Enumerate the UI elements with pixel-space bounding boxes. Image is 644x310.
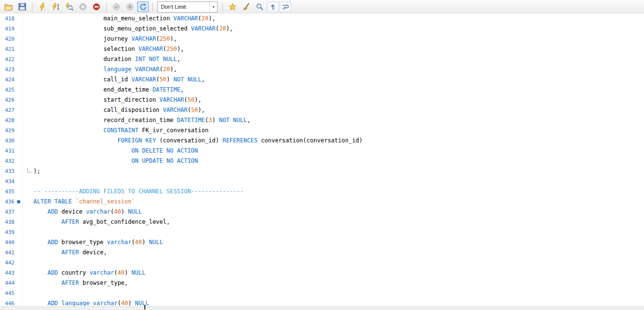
fold-margin (22, 34, 33, 44)
code-line[interactable]: 420 journey VARCHAR(250), (0, 34, 644, 44)
code-line[interactable]: 430 FOREIGN KEY (conversation_id) REFERE… (0, 136, 644, 146)
wrap-text-icon (282, 3, 289, 11)
code-line[interactable]: 426 start_direction VARCHAR(50), (0, 95, 644, 105)
marker-margin (15, 105, 22, 115)
stop-on-error-icon (93, 3, 100, 11)
code-line[interactable]: 437 ADD device varchar(40) NULL (0, 207, 644, 217)
line-number: 430 (0, 136, 15, 146)
code-text: AFTER device, (33, 248, 107, 258)
line-number: 421 (0, 44, 15, 54)
code-line[interactable]: 428 record_creation_time DATETIME(3) NOT… (0, 115, 644, 125)
line-number: 438 (0, 217, 15, 227)
line-number: 428 (0, 115, 15, 125)
line-number: 445 (0, 288, 15, 298)
line-number: 435 (0, 186, 15, 197)
marker-margin (15, 54, 22, 64)
open-folder-icon (4, 3, 13, 11)
toolbar-separator (32, 2, 32, 11)
commit-button[interactable] (110, 1, 123, 13)
marker-margin (15, 186, 22, 197)
find-button[interactable] (253, 1, 266, 13)
toggle-autocommit-button[interactable] (137, 1, 149, 12)
horizontal-scrollbar[interactable] (0, 306, 644, 310)
fold-end-icon (27, 168, 31, 172)
marker-margin (15, 197, 22, 207)
line-number: 439 (0, 227, 15, 237)
execute-all-button[interactable] (36, 1, 48, 13)
code-line[interactable]: 433); (0, 166, 644, 176)
code-text: journey VARCHAR(250), (33, 34, 177, 44)
code-line[interactable]: 424 call_id VARCHAR(50) NOT NULL, (0, 75, 644, 85)
marker-margin (15, 176, 22, 186)
sql-code-editor[interactable]: 418 main_menu_selection VARCHAR(20),419 … (0, 14, 644, 310)
code-line[interactable]: 421 selection VARCHAR(250), (0, 44, 644, 54)
marker-margin (15, 268, 22, 278)
rollback-button[interactable] (124, 1, 136, 13)
code-line[interactable]: 432 ON UPDATE NO ACTION (0, 156, 644, 166)
code-line[interactable]: 441 AFTER device, (0, 248, 644, 258)
fold-margin (22, 258, 33, 268)
code-line[interactable]: 419 sub_menu_option_selected VARCHAR(20)… (0, 24, 644, 34)
code-line[interactable]: 442 (0, 258, 644, 268)
toolbar-separator (222, 2, 223, 11)
floppy-disk-icon (18, 3, 26, 11)
stop-button[interactable] (77, 1, 89, 13)
line-number: 437 (0, 207, 15, 217)
fold-margin (22, 125, 33, 136)
line-number: 422 (0, 54, 15, 64)
toggle-stop-on-error-button[interactable] (90, 1, 103, 13)
toggle-invisible-characters-button[interactable]: ¶ (267, 1, 279, 12)
open-script-button[interactable] (2, 1, 15, 13)
line-number: 432 (0, 156, 15, 166)
code-line[interactable]: 434 (0, 176, 644, 186)
code-line[interactable]: 422 duration INT NOT NULL, (0, 54, 644, 64)
marker-margin (15, 217, 22, 227)
save-script-button[interactable] (16, 1, 29, 13)
code-text: ADD browser_type varchar(40) NULL (33, 237, 163, 248)
code-line[interactable]: 431 ON DELETE NO ACTION (0, 146, 644, 156)
code-line[interactable]: 427 call_disposition VARCHAR(50), (0, 105, 644, 115)
save-snippet-button[interactable] (226, 1, 239, 13)
code-text: ); (33, 166, 40, 176)
marker-margin (15, 44, 22, 54)
execute-current-statement-button[interactable] (49, 1, 62, 13)
fold-margin (22, 44, 33, 54)
code-line[interactable]: 444 AFTER browser_type, (0, 278, 644, 288)
code-line[interactable]: 429 CONSTRAINT FK_ivr_conversation (0, 125, 644, 136)
code-line[interactable]: 445 (0, 288, 644, 298)
commit-check-icon (112, 3, 120, 11)
code-line[interactable]: 438 AFTER avg_bot_confidence_level, (0, 217, 644, 227)
limit-rows-dropdown[interactable]: Don't Limit ▼ (157, 1, 218, 13)
marker-margin (15, 288, 22, 298)
line-number: 443 (0, 268, 15, 278)
code-line[interactable]: 443 ADD country varchar(40) NULL (0, 268, 644, 278)
code-text: record_creation_time DATETIME(3) NOT NUL… (33, 115, 251, 125)
explain-plan-button[interactable] (63, 1, 76, 13)
code-line[interactable]: 435-- ----------ADDING FILEDS TO CHANNEL… (0, 186, 644, 197)
line-number: 436 (0, 197, 15, 207)
fold-margin (22, 176, 33, 186)
fold-margin (22, 95, 33, 105)
stop-circle-icon (79, 3, 87, 11)
fold-margin (22, 186, 33, 197)
marker-margin (15, 166, 22, 176)
line-number: 419 (0, 24, 15, 34)
toggle-wrap-text-button[interactable] (280, 1, 291, 12)
code-text: start_direction VARCHAR(50), (33, 95, 202, 105)
code-line[interactable]: 423 language VARCHAR(20), (0, 64, 644, 75)
lightning-bolt-icon (39, 3, 46, 11)
toolbar-separator (106, 2, 107, 11)
fold-margin (22, 166, 33, 176)
marker-margin (15, 136, 22, 146)
code-text: call_id VARCHAR(50) NOT NULL, (33, 75, 205, 85)
rollback-x-icon (126, 3, 134, 11)
fold-margin (22, 248, 33, 258)
line-number: 420 (0, 34, 15, 44)
code-text: ON UPDATE NO ACTION (33, 156, 198, 166)
code-line[interactable]: 440 ADD browser_type varchar(40) NULL (0, 237, 644, 248)
beautify-button[interactable] (240, 1, 252, 13)
code-line[interactable]: 436ALTER TABLE `channel_session` (0, 197, 644, 207)
code-line[interactable]: 418 main_menu_selection VARCHAR(20), (0, 14, 644, 24)
code-line[interactable]: 439 (0, 227, 644, 237)
code-line[interactable]: 425 end_date_time DATETIME, (0, 85, 644, 95)
